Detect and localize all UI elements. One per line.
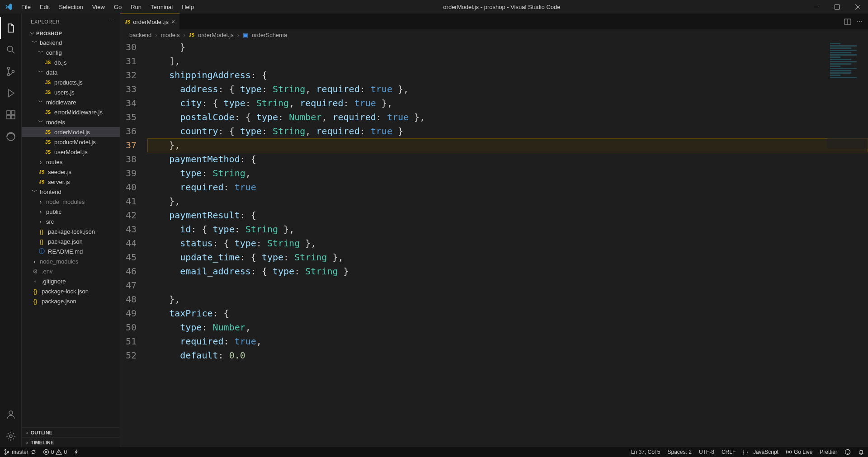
- svg-point-18: [788, 451, 790, 453]
- file-pkg-fe[interactable]: {}package.json: [22, 236, 120, 246]
- js-icon: JS: [189, 33, 194, 38]
- explorer-more-button[interactable]: ⋯: [109, 19, 115, 24]
- sync-icon[interactable]: [30, 449, 37, 455]
- explorer-title: EXPLORER: [31, 19, 60, 24]
- status-lang[interactable]: { } JavaScript: [743, 449, 778, 455]
- file-products[interactable]: JSproducts.js: [22, 77, 120, 87]
- menu-selection[interactable]: Selection: [55, 2, 87, 12]
- folder-models[interactable]: ﹀models: [22, 117, 120, 127]
- js-icon: JS: [125, 19, 130, 24]
- file-readme[interactable]: ⓘREADME.md: [22, 246, 120, 256]
- tab-order-model[interactable]: JS orderModel.js ×: [120, 14, 180, 29]
- file-tree[interactable]: PROSHOP ﹀backend ﹀config JSdb.js ﹀data J…: [22, 29, 120, 427]
- breadcrumb[interactable]: backend › models › JS orderModel.js › ▣ …: [120, 29, 868, 40]
- folder-src[interactable]: ›src: [22, 217, 120, 226]
- file-error-middleware[interactable]: JSerrorMiddleware.js: [22, 107, 120, 117]
- menu-view[interactable]: View: [88, 2, 109, 12]
- activity-settings[interactable]: [0, 425, 22, 447]
- activity-extensions[interactable]: [0, 104, 22, 126]
- status-problems[interactable]: 0 0: [43, 449, 67, 455]
- minimize-button[interactable]: [806, 0, 826, 14]
- file-pkglock-root[interactable]: {}package-lock.json: [22, 286, 120, 296]
- folder-backend[interactable]: ﹀backend: [22, 38, 120, 47]
- warning-icon: [56, 449, 62, 455]
- menu-file[interactable]: File: [17, 2, 35, 12]
- status-branch[interactable]: master: [4, 449, 37, 455]
- code-content[interactable]: } ], shippingAddress: { address: { type:…: [147, 40, 868, 447]
- timeline-panel[interactable]: ›TIMELINE: [22, 437, 120, 447]
- status-port[interactable]: [73, 449, 80, 455]
- close-button[interactable]: [847, 0, 868, 14]
- svg-point-19: [845, 450, 850, 455]
- file-user-model[interactable]: JSuserModel.js: [22, 147, 120, 157]
- status-spaces[interactable]: Spaces: 2: [668, 449, 692, 455]
- menu-edit[interactable]: Edit: [36, 2, 54, 12]
- search-icon: [5, 44, 16, 55]
- folder-routes[interactable]: ›routes: [22, 157, 120, 167]
- file-order-model[interactable]: JSorderModel.js: [22, 127, 120, 137]
- menu-run[interactable]: Run: [127, 2, 146, 12]
- close-icon: [855, 5, 860, 9]
- status-bell[interactable]: [858, 449, 864, 455]
- folder-label: frontend: [40, 188, 61, 195]
- chevron-down-icon: [30, 31, 34, 36]
- folder-label: routes: [46, 159, 62, 165]
- folder-public[interactable]: ›public: [22, 207, 120, 217]
- file-env[interactable]: ⚙.env: [22, 266, 120, 276]
- editor-more-button[interactable]: ⋯: [857, 18, 863, 25]
- tab-close-button[interactable]: ×: [171, 18, 175, 25]
- bell-icon: [858, 449, 864, 455]
- activity-bar: [0, 14, 22, 447]
- status-eol[interactable]: CRLF: [722, 449, 736, 455]
- activity-scm[interactable]: [0, 61, 22, 82]
- split-editor-button[interactable]: [844, 18, 851, 25]
- file-product-model[interactable]: JSproductModel.js: [22, 137, 120, 147]
- file-seeder[interactable]: JSseeder.js: [22, 167, 120, 177]
- status-encoding[interactable]: UTF-8: [699, 449, 714, 455]
- breadcrumb-seg[interactable]: models: [161, 32, 180, 38]
- folder-config[interactable]: ﹀config: [22, 47, 120, 57]
- activity-account[interactable]: [0, 404, 22, 425]
- maximize-button[interactable]: [826, 0, 847, 14]
- activity-explorer[interactable]: [0, 17, 22, 39]
- edge-icon: [5, 131, 16, 142]
- file-pkg-root[interactable]: {}package.json: [22, 296, 120, 306]
- error-icon: [43, 449, 49, 455]
- breadcrumb-seg[interactable]: backend: [129, 32, 151, 38]
- folder-frontend[interactable]: ﹀frontend: [22, 187, 120, 197]
- folder-middleware[interactable]: ﹀middleware: [22, 97, 120, 107]
- file-pkglock-fe[interactable]: {}package-lock.json: [22, 226, 120, 236]
- project-root[interactable]: PROSHOP: [22, 29, 120, 38]
- code-editor[interactable]: 3031323334353637383940414243444546474849…: [120, 40, 868, 447]
- status-prettier[interactable]: Prettier: [820, 449, 837, 455]
- broadcast-icon: [786, 449, 792, 455]
- activity-search[interactable]: [0, 39, 22, 61]
- menu-terminal[interactable]: Terminal: [146, 2, 177, 12]
- file-label: README.md: [48, 248, 83, 255]
- outline-panel[interactable]: ›OUTLINE: [22, 427, 120, 437]
- folder-data[interactable]: ﹀data: [22, 67, 120, 77]
- file-users[interactable]: JSusers.js: [22, 87, 120, 97]
- activity-edge[interactable]: [0, 126, 22, 147]
- branch-icon: [4, 449, 10, 455]
- svg-rect-9: [11, 115, 15, 119]
- status-feedback[interactable]: [844, 449, 851, 455]
- file-gitignore[interactable]: ◦.gitignore: [22, 276, 120, 286]
- status-golive[interactable]: Go Live: [786, 449, 812, 455]
- vscode-logo-icon: [5, 3, 13, 11]
- minimap[interactable]: [827, 40, 868, 149]
- folder-node-modules-root[interactable]: ›node_modules: [22, 256, 120, 266]
- file-label: users.js: [54, 89, 75, 96]
- file-db[interactable]: JSdb.js: [22, 57, 120, 67]
- menu-help[interactable]: Help: [178, 2, 198, 12]
- sidebar-header: EXPLORER ⋯: [22, 14, 120, 29]
- menu-go[interactable]: Go: [110, 2, 126, 12]
- status-lncol[interactable]: Ln 37, Col 5: [631, 449, 660, 455]
- breadcrumb-seg[interactable]: orderSchema: [252, 32, 287, 38]
- panel-label: OUTLINE: [31, 430, 52, 435]
- tab-label: orderModel.js: [133, 19, 169, 25]
- activity-debug[interactable]: [0, 82, 22, 104]
- file-server[interactable]: JSserver.js: [22, 177, 120, 187]
- breadcrumb-seg[interactable]: orderModel.js: [198, 32, 234, 38]
- folder-node-modules-fe[interactable]: ›node_modules: [22, 197, 120, 207]
